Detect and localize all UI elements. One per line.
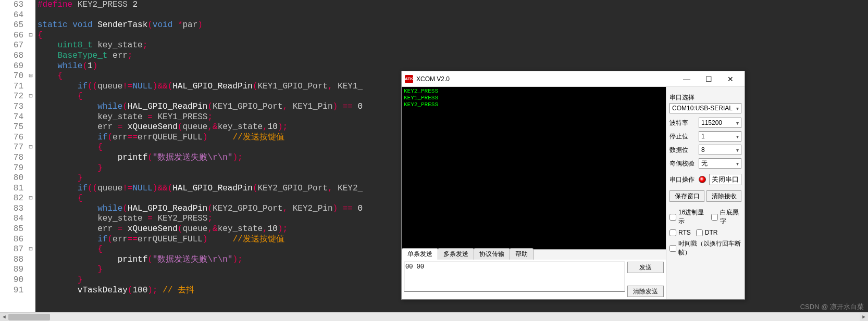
send-button[interactable]: 发送 bbox=[627, 262, 664, 273]
line-number: 67 bbox=[0, 41, 23, 51]
fold-marker-icon bbox=[26, 0, 35, 10]
line-number: 65 bbox=[0, 20, 23, 31]
line-number: 68 bbox=[0, 51, 23, 61]
code-line[interactable]: { bbox=[38, 31, 868, 41]
databits-select[interactable]: 8 bbox=[699, 145, 741, 155]
baud-select[interactable]: 115200 bbox=[699, 118, 741, 128]
line-number: 86 bbox=[0, 235, 23, 245]
line-number: 83 bbox=[0, 204, 23, 214]
port-status-icon bbox=[699, 176, 706, 183]
hex-display-checkbox[interactable]: 16进制显示 bbox=[669, 208, 706, 226]
fold-marker-icon bbox=[26, 214, 35, 224]
fold-marker-icon bbox=[26, 41, 35, 51]
fold-marker-icon[interactable]: ⊟ bbox=[26, 92, 35, 102]
app-logo-icon: ATK bbox=[405, 75, 413, 83]
line-number: 73 bbox=[0, 102, 23, 112]
rts-checkbox[interactable]: RTS bbox=[669, 229, 691, 236]
save-window-button[interactable]: 保存窗口 bbox=[669, 190, 704, 202]
white-bg-checkbox[interactable]: 白底黑字 bbox=[711, 208, 741, 226]
tab-3[interactable]: 帮助 bbox=[510, 248, 534, 260]
close-port-button[interactable]: 关闭串口 bbox=[709, 174, 741, 185]
line-number: 66 bbox=[0, 31, 23, 41]
code-line[interactable]: static void SenderTask(void *par) bbox=[38, 20, 868, 31]
baud-label: 波特率 bbox=[669, 119, 696, 127]
fold-marker-icon[interactable]: ⊟ bbox=[26, 143, 35, 153]
clear-recv-button[interactable]: 清除接收 bbox=[706, 190, 741, 202]
line-number: 82 bbox=[0, 194, 23, 204]
code-line[interactable]: #define KEY2_PRESS 2 bbox=[38, 0, 868, 10]
line-number: 78 bbox=[0, 153, 23, 163]
code-line[interactable]: BaseType_t err; bbox=[38, 51, 868, 61]
fold-marker-icon bbox=[26, 255, 35, 265]
port-label: 串口选择 bbox=[669, 93, 741, 102]
line-number: 75 bbox=[0, 122, 23, 133]
code-line[interactable] bbox=[38, 10, 868, 21]
fold-marker-icon[interactable]: ⊟ bbox=[26, 194, 35, 204]
xcom-window: ATK XCOM V2.0 — ☐ ✕ KEY2_PRESS KEY1_PRES… bbox=[401, 71, 745, 300]
fold-marker-icon[interactable]: ⊟ bbox=[26, 245, 35, 255]
line-number: 91 bbox=[0, 286, 23, 296]
watermark: CSDN @ 凉开水白菜 bbox=[800, 302, 864, 312]
scroll-left-icon[interactable]: ◄ bbox=[0, 313, 8, 321]
close-button[interactable]: ✕ bbox=[720, 72, 741, 86]
fold-marker-icon bbox=[26, 102, 35, 112]
line-number: 79 bbox=[0, 163, 23, 174]
scrollbar-thumb[interactable] bbox=[8, 314, 50, 320]
line-number: 87 bbox=[0, 245, 23, 255]
port-op-label: 串口操作 bbox=[669, 175, 696, 184]
code-line[interactable]: uint8_t key_state; bbox=[38, 41, 868, 51]
titlebar[interactable]: ATK XCOM V2.0 — ☐ ✕ bbox=[402, 71, 745, 87]
port-select[interactable]: COM10:USB-SERIAL bbox=[669, 103, 741, 113]
line-number: 77 bbox=[0, 143, 23, 153]
line-number: 63 bbox=[0, 0, 23, 10]
fold-marker-icon bbox=[26, 20, 35, 31]
line-number: 88 bbox=[0, 255, 23, 265]
fold-marker-icon[interactable]: ⊟ bbox=[26, 71, 35, 82]
maximize-button[interactable]: ☐ bbox=[698, 72, 720, 86]
send-input[interactable] bbox=[404, 262, 625, 292]
line-number: 72 bbox=[0, 92, 23, 102]
line-number-gutter: 6364656667686970717273747576777879808182… bbox=[0, 0, 26, 321]
fold-marker-icon bbox=[26, 61, 35, 72]
fold-marker-icon bbox=[26, 184, 35, 194]
line-number: 90 bbox=[0, 275, 23, 286]
tab-2[interactable]: 协议传输 bbox=[474, 248, 510, 260]
tab-1[interactable]: 多条发送 bbox=[438, 248, 474, 260]
parity-select[interactable]: 无 bbox=[699, 158, 741, 169]
serial-terminal[interactable]: KEY2_PRESS KEY1_PRESS KEY2_PRESS bbox=[402, 87, 666, 249]
line-number: 89 bbox=[0, 265, 23, 275]
line-number: 71 bbox=[0, 82, 23, 92]
fold-marker-icon bbox=[26, 163, 35, 174]
fold-marker-icon bbox=[26, 286, 35, 296]
fold-marker-icon bbox=[26, 133, 35, 143]
clear-send-button[interactable]: 清除发送 bbox=[627, 286, 664, 297]
fold-marker-icon bbox=[26, 112, 35, 123]
fold-marker-icon bbox=[26, 224, 35, 235]
window-title: XCOM V2.0 bbox=[416, 75, 450, 83]
timestamp-checkbox[interactable]: 时间戳（以换行回车断帧） bbox=[669, 239, 741, 257]
dtr-checkbox[interactable]: DTR bbox=[696, 229, 718, 236]
line-number: 76 bbox=[0, 133, 23, 143]
fold-marker-icon bbox=[26, 265, 35, 275]
fold-marker-icon bbox=[26, 204, 35, 214]
fold-marker-icon[interactable]: ⊟ bbox=[26, 31, 35, 41]
fold-marker-icon bbox=[26, 122, 35, 133]
fold-marker-icon bbox=[26, 235, 35, 245]
parity-label: 奇偶校验 bbox=[669, 159, 696, 168]
databits-label: 数据位 bbox=[669, 146, 696, 155]
minimize-button[interactable]: — bbox=[676, 72, 698, 86]
code-line[interactable]: while(1) bbox=[38, 61, 868, 72]
line-number: 74 bbox=[0, 112, 23, 123]
line-number: 81 bbox=[0, 184, 23, 194]
line-number: 69 bbox=[0, 61, 23, 72]
tab-0[interactable]: 单条发送 bbox=[402, 248, 438, 260]
scroll-right-icon[interactable]: ► bbox=[860, 313, 868, 321]
serial-settings-panel: 串口选择 COM10:USB-SERIAL 波特率 115200 停止位 1 数… bbox=[666, 87, 745, 299]
stopbits-select[interactable]: 1 bbox=[699, 131, 741, 142]
line-number: 70 bbox=[0, 71, 23, 82]
fold-column: ⊟⊟⊟⊟⊟⊟ bbox=[26, 0, 35, 321]
horizontal-scrollbar[interactable]: ◄ ► bbox=[0, 312, 868, 321]
fold-marker-icon bbox=[26, 51, 35, 61]
fold-marker-icon bbox=[26, 82, 35, 92]
line-number: 85 bbox=[0, 224, 23, 235]
